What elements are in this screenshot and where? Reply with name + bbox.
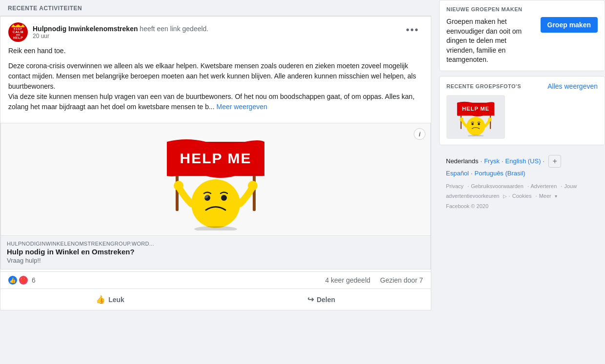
post-time: 20 uur bbox=[33, 33, 208, 39]
info-button[interactable]: i bbox=[414, 128, 425, 140]
svg-point-20 bbox=[488, 117, 492, 121]
link-preview[interactable]: HELP ME bbox=[0, 123, 431, 269]
post-header-left: KEEP CALM AND HELP Hulpnodig Inwinkeleno… bbox=[8, 22, 208, 42]
svg-marker-0 bbox=[11, 24, 25, 27]
svg-point-7 bbox=[221, 195, 227, 201]
svg-point-10 bbox=[203, 194, 208, 198]
author-name[interactable]: Hulpnodig Inwinkelenomstreken bbox=[33, 25, 138, 33]
svg-point-19 bbox=[460, 117, 464, 121]
alles-weergeven-link[interactable]: Alles weergeven bbox=[547, 82, 598, 90]
svg-point-17 bbox=[471, 123, 474, 125]
share-icon: ↪ bbox=[307, 295, 314, 304]
groepen-header: NIEUWE GROEPEN MAKEN bbox=[446, 6, 598, 12]
groepsfoto-header: RECENTE GROEPSFOTO'S bbox=[446, 83, 521, 89]
post-author: Hulpnodig Inwinkelenomstreken heeft een … bbox=[33, 25, 208, 33]
adverteren-link[interactable]: Adverteren bbox=[530, 183, 557, 189]
cookies-link[interactable]: Cookies bbox=[512, 193, 532, 199]
privacy-link[interactable]: Privacy bbox=[446, 183, 464, 189]
groepsfoto-card: RECENTE GROEPSFOTO'S Alles weergeven HEL… bbox=[439, 76, 605, 145]
section-header: RECENTE ACTIVITEITEN bbox=[0, 0, 431, 16]
groepen-card: NIEUWE GROEPEN MAKEN Groepen maken het e… bbox=[439, 0, 605, 71]
love-reaction-icon: ❤️ bbox=[19, 276, 28, 285]
like-label: Leuk bbox=[108, 296, 124, 304]
link-preview-image: HELP ME bbox=[1, 123, 430, 235]
post-more-button[interactable]: ••• bbox=[402, 22, 423, 38]
svg-point-5 bbox=[191, 179, 240, 228]
svg-text:HELP ME: HELP ME bbox=[180, 150, 252, 166]
lang-plus-button[interactable]: + bbox=[548, 155, 561, 168]
link-title[interactable]: Hulp nodig in Winkel en Omstreken? bbox=[7, 248, 424, 256]
like-button[interactable]: 👍 Leuk bbox=[4, 291, 216, 308]
groepsfoto-svg: HELP ME bbox=[449, 97, 503, 136]
post-header: KEEP CALM AND HELP Hulpnodig Inwinkeleno… bbox=[0, 17, 431, 46]
lang-active: Nederlands bbox=[446, 157, 479, 165]
post-shares-views: 4 keer gedeeld Gezien door 7 bbox=[325, 276, 423, 284]
post-card: KEEP CALM AND HELP Hulpnodig Inwinkeleno… bbox=[0, 16, 431, 310]
help-me-svg: HELP ME bbox=[157, 128, 274, 230]
groepen-row: Groepen maken het eenvoudiger dan ooit o… bbox=[446, 17, 598, 65]
link-domain: HULPNODIGINWINKELENOMSTREKENGROUP.WORD..… bbox=[7, 241, 424, 247]
svg-text:HELP ME: HELP ME bbox=[462, 106, 489, 112]
svg-point-8 bbox=[174, 181, 183, 191]
svg-point-18 bbox=[478, 123, 480, 125]
groep-maken-button[interactable]: Groep maken bbox=[541, 17, 598, 33]
avatar[interactable]: KEEP CALM AND HELP bbox=[8, 22, 28, 42]
terms-link[interactable]: Gebruiksvoorwaarden bbox=[471, 183, 524, 189]
link-preview-meta: HULPNODIGINWINKELENOMSTREKENGROUP.WORD..… bbox=[1, 235, 430, 269]
svg-point-21 bbox=[467, 135, 484, 136]
main-column: RECENTE ACTIVITEITEN KEEP bbox=[0, 0, 431, 310]
post-actions: 👍 Leuk ↪ Delen bbox=[0, 288, 431, 310]
post-stats: 👍 ❤️ 6 4 keer gedeeld Gezien door 7 bbox=[0, 271, 431, 288]
footer-links: Privacy · Gebruiksvoorwaarden · Adverter… bbox=[446, 182, 598, 201]
post-text-main: Deze corona-crisis overwinnen we alleen … bbox=[8, 61, 423, 112]
svg-point-11 bbox=[194, 226, 237, 230]
svg-point-9 bbox=[248, 181, 258, 191]
meer-link[interactable]: Meer weergeven bbox=[216, 103, 267, 111]
like-reaction-icon: 👍 bbox=[8, 276, 17, 285]
svg-point-16 bbox=[466, 117, 485, 135]
like-icon: 👍 bbox=[96, 295, 105, 304]
copyright: Facebook © 2020 bbox=[446, 203, 598, 209]
post-meta: Hulpnodig Inwinkelenomstreken heeft een … bbox=[33, 25, 208, 39]
right-column: NIEUWE GROEPEN MAKEN Groepen maken het e… bbox=[439, 0, 605, 310]
groepsfoto-row: RECENTE GROEPSFOTO'S Alles weergeven bbox=[446, 82, 598, 90]
lang-espanol[interactable]: Español bbox=[446, 170, 469, 177]
language-row: Nederlands · Frysk · English (US) · + bbox=[446, 155, 598, 168]
language-row-2: Español · Português (Brasil) bbox=[446, 170, 598, 177]
share-label: Delen bbox=[317, 296, 335, 304]
lang-frysk[interactable]: Frysk bbox=[484, 157, 500, 165]
groepsfoto-thumb[interactable]: HELP ME bbox=[446, 95, 505, 139]
groepen-text: Groepen maken het eenvoudiger dan ooit o… bbox=[446, 17, 536, 65]
shares-label: 4 keer gedeeld bbox=[325, 276, 370, 284]
author-action: heeft een link gedeeld. bbox=[138, 25, 208, 33]
post-body: Reik een hand toe. Deze corona-crisis ov… bbox=[0, 46, 431, 123]
lang-english[interactable]: English (US) bbox=[505, 157, 541, 165]
link-desc: Vraag hulp!! bbox=[7, 257, 424, 264]
meer-footer-link[interactable]: Meer bbox=[539, 193, 551, 199]
views-label: Gezien door 7 bbox=[380, 276, 423, 284]
reactions: 👍 ❤️ 6 bbox=[8, 276, 36, 285]
lang-portuguese[interactable]: Português (Brasil) bbox=[475, 170, 525, 177]
reaction-count: 6 bbox=[32, 276, 36, 284]
lang-footer-card: Nederlands · Frysk · English (US) · + Es… bbox=[439, 150, 605, 214]
post-text-intro: Reik een hand toe. bbox=[8, 46, 423, 56]
share-button[interactable]: ↪ Delen bbox=[216, 291, 427, 308]
